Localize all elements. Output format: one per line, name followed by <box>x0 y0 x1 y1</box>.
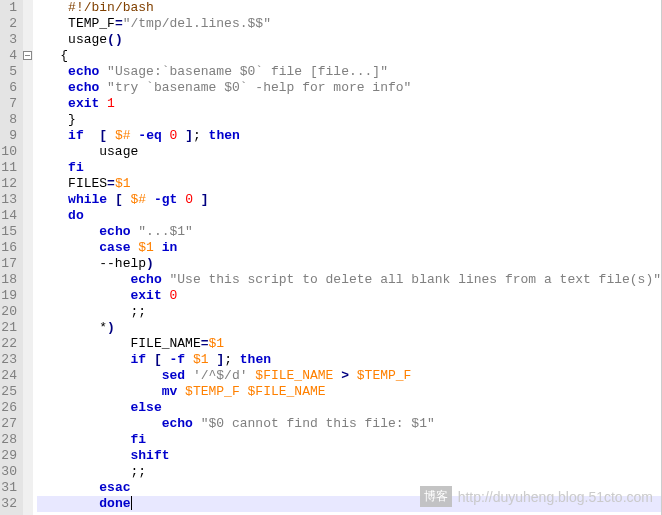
code-line[interactable]: #!/bin/bash <box>37 0 661 16</box>
code-line[interactable]: usage() <box>37 32 661 48</box>
token-nm <box>37 368 162 383</box>
token-nm <box>37 240 99 255</box>
token-str: "/tmp/del.lines.$$" <box>123 16 271 31</box>
code-line[interactable]: if [ $# -eq 0 ]; then <box>37 128 661 144</box>
token-nm <box>84 128 100 143</box>
line-number: 29 <box>0 448 17 464</box>
fold-spacer <box>23 323 33 339</box>
fold-spacer <box>23 195 33 211</box>
code-line[interactable]: else <box>37 400 661 416</box>
watermark-url: http://duyuheng.blog.51cto.com <box>458 489 653 505</box>
token-nm <box>37 432 131 447</box>
token-nm <box>37 16 68 31</box>
code-line[interactable]: exit 1 <box>37 96 661 112</box>
code-line[interactable]: echo "$0 cannot find this file: $1" <box>37 416 661 432</box>
line-number: 8 <box>0 112 17 128</box>
fold-spacer <box>23 275 33 291</box>
code-line[interactable]: usage <box>37 144 661 160</box>
fold-spacer <box>23 243 33 259</box>
code-line[interactable]: FILE_NAME=$1 <box>37 336 661 352</box>
line-number: 24 <box>0 368 17 384</box>
token-nm <box>37 128 68 143</box>
code-area[interactable]: #!/bin/bash TEMP_F="/tmp/del.lines.$$" u… <box>33 0 661 515</box>
code-line[interactable]: while [ $# -gt 0 ] <box>37 192 661 208</box>
token-nm <box>37 176 68 191</box>
token-kw: echo <box>130 272 161 287</box>
token-op: [ <box>154 352 162 367</box>
line-number: 30 <box>0 464 17 480</box>
fold-toggle[interactable] <box>23 51 33 67</box>
fold-spacer <box>23 467 33 483</box>
token-nm <box>37 384 162 399</box>
line-number: 3 <box>0 32 17 48</box>
token-kw: while <box>68 192 107 207</box>
fold-spacer <box>23 371 33 387</box>
token-str: "try `basename $0` -help for more info" <box>107 80 411 95</box>
code-line[interactable]: do <box>37 208 661 224</box>
line-number: 15 <box>0 224 17 240</box>
code-line[interactable]: ;; <box>37 464 661 480</box>
token-var: $TEMP_F <box>357 368 412 383</box>
code-line[interactable]: mv $TEMP_F $FILE_NAME <box>37 384 661 400</box>
code-line[interactable]: exit 0 <box>37 288 661 304</box>
token-nm <box>37 352 131 367</box>
code-line[interactable]: FILES=$1 <box>37 176 661 192</box>
token-nm: } <box>37 112 76 127</box>
token-var: $# <box>115 128 131 143</box>
code-line[interactable]: case $1 in <box>37 240 661 256</box>
token-nm <box>37 208 68 223</box>
token-nm <box>37 448 131 463</box>
fold-minus-icon[interactable] <box>23 51 32 60</box>
token-nm: { <box>37 48 68 63</box>
token-nm <box>37 80 68 95</box>
token-str: "$0 cannot find this file: $1" <box>201 416 435 431</box>
token-nm <box>185 352 193 367</box>
token-nm <box>37 64 68 79</box>
code-line[interactable]: echo "...$1" <box>37 224 661 240</box>
token-nm <box>37 32 68 47</box>
code-line[interactable]: echo "Use this script to delete all blan… <box>37 272 661 288</box>
line-number: 21 <box>0 320 17 336</box>
token-nm <box>37 96 68 111</box>
fold-spacer <box>23 483 33 499</box>
code-line[interactable]: fi <box>37 160 661 176</box>
token-var: $TEMP_F <box>185 384 240 399</box>
code-line[interactable]: fi <box>37 432 661 448</box>
code-editor: 1234567891011121314151617181920212223242… <box>0 0 661 515</box>
code-line[interactable]: { <box>37 48 661 64</box>
token-nm: * <box>37 320 107 335</box>
token-nm <box>193 192 201 207</box>
code-line[interactable]: if [ -f $1 ]; then <box>37 352 661 368</box>
code-line[interactable]: ;; <box>37 304 661 320</box>
token-nm <box>146 352 154 367</box>
line-number: 5 <box>0 64 17 80</box>
code-line[interactable]: --help) <box>37 256 661 272</box>
fold-spacer <box>23 67 33 83</box>
code-line[interactable]: sed '/^$/d' $FILE_NAME > $TEMP_F <box>37 368 661 384</box>
token-kw: echo <box>68 64 99 79</box>
code-line[interactable]: *) <box>37 320 661 336</box>
fold-spacer <box>23 147 33 163</box>
fold-spacer <box>23 419 33 435</box>
token-var: $1 <box>209 336 225 351</box>
code-line[interactable]: echo "Usage:`basename $0` file [file...]… <box>37 64 661 80</box>
line-number: 11 <box>0 160 17 176</box>
line-number: 25 <box>0 384 17 400</box>
token-str: "Use this script to delete all blank lin… <box>170 272 661 287</box>
token-str: "Usage:`basename $0` file [file...]" <box>107 64 388 79</box>
token-nm <box>107 128 115 143</box>
token-kw: else <box>130 400 161 415</box>
token-var: $FILE_NAME <box>248 384 326 399</box>
token-nm <box>177 192 185 207</box>
code-line[interactable]: TEMP_F="/tmp/del.lines.$$" <box>37 16 661 32</box>
token-nm <box>99 96 107 111</box>
token-nm <box>240 384 248 399</box>
fold-gutter <box>23 0 33 515</box>
code-line[interactable]: } <box>37 112 661 128</box>
code-line[interactable]: echo "try `basename $0` -help for more i… <box>37 80 661 96</box>
line-number: 6 <box>0 80 17 96</box>
token-nm <box>37 272 131 287</box>
fold-spacer <box>23 227 33 243</box>
code-line[interactable]: shift <box>37 448 661 464</box>
token-num: 0 <box>185 192 193 207</box>
